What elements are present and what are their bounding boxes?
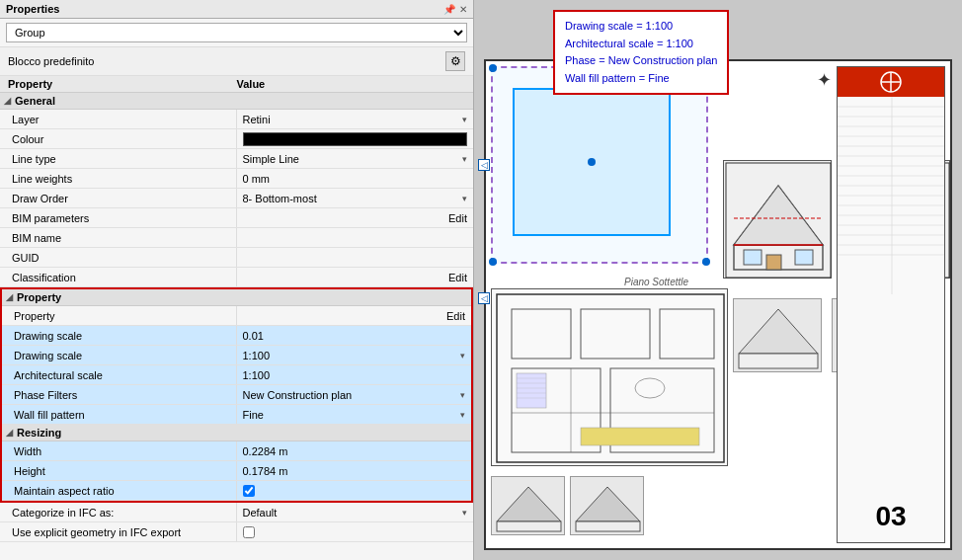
colour-name: Colour <box>0 129 237 148</box>
classification-edit-link[interactable]: Edit <box>448 272 467 283</box>
ifc-category-dropdown-icon: ▾ <box>462 508 467 518</box>
props-body: ◢ General Layer Retini ▾ Colour Line typ… <box>0 93 473 560</box>
lineweights-name: Line weights <box>0 169 237 188</box>
gear-icon: ⚙ <box>450 54 461 68</box>
property-prop-name: Property <box>2 306 237 325</box>
draworder-value[interactable]: 8- Bottom-most ▾ <box>237 189 474 207</box>
row-property-edit: Property Edit <box>2 306 471 326</box>
panel-titlebar: Properties 📌 ✕ <box>0 0 473 19</box>
aspectratio-checkbox-cell <box>243 485 255 497</box>
layer-value[interactable]: Retini ▾ <box>237 110 474 128</box>
property-label: Property <box>17 291 61 303</box>
general-chevron: ◢ <box>4 96 11 106</box>
row-ifc-geometry: Use explicit geometry in IFC export <box>0 522 473 542</box>
pin-icon[interactable]: 📌 <box>443 4 455 15</box>
left-handle-arrow[interactable]: ◁ <box>478 159 490 171</box>
title-block-lines <box>838 97 944 491</box>
property-col-header: Property <box>8 78 237 90</box>
selection-center-dot[interactable] <box>588 158 596 166</box>
row-classification: Classification Edit <box>0 268 473 287</box>
ifc-geometry-name: Use explicit geometry in IFC export <box>0 522 237 541</box>
resizing-label: Resizing <box>17 427 61 439</box>
colour-value[interactable] <box>237 129 474 148</box>
svg-rect-20 <box>744 250 762 265</box>
selection-handle-tl[interactable] <box>489 64 497 72</box>
logo-svg <box>877 71 905 93</box>
panel-title-actions: 📌 ✕ <box>443 4 467 15</box>
draworder-name: Draw Order <box>0 189 237 207</box>
close-icon[interactable]: ✕ <box>459 4 467 15</box>
svg-marker-34 <box>739 309 818 354</box>
aspectratio-value[interactable] <box>237 481 472 500</box>
tooltip-line4: Wall fill pattern = Fine <box>565 70 717 88</box>
left-handle-arrow2[interactable]: ◁ <box>478 292 490 304</box>
tooltip-box: Drawing scale = 1:100 Architectural scal… <box>553 10 729 95</box>
section-general[interactable]: ◢ General <box>0 93 473 110</box>
section-property[interactable]: ◢ Property <box>2 289 471 306</box>
guid-name: GUID <box>0 248 237 267</box>
bimparams-value[interactable]: Edit <box>237 208 474 227</box>
draworder-dropdown-icon: ▾ <box>462 194 467 203</box>
property-prop-value[interactable]: Edit <box>237 306 472 325</box>
gear-button[interactable]: ⚙ <box>445 51 465 71</box>
selection-handle-bl[interactable] <box>489 258 497 266</box>
selection-handle-br[interactable] <box>702 258 710 266</box>
tooltip-line3: Phase = New Construction plan <box>565 52 717 70</box>
drawingscale2-value[interactable]: 1:100 ▾ <box>237 346 472 364</box>
svg-rect-33 <box>576 521 640 531</box>
bimparams-name: BIM parameters <box>0 208 237 227</box>
svg-rect-2 <box>581 309 650 359</box>
north-arrow-icon: ✦ <box>817 69 832 91</box>
svg-marker-32 <box>576 487 640 521</box>
group-select[interactable]: Group <box>6 23 467 42</box>
ifc-category-name: Categorize in IFC as: <box>0 503 237 521</box>
property-edit-link[interactable]: Edit <box>446 310 465 322</box>
ifc-geometry-checkbox[interactable] <box>243 526 255 538</box>
row-bimname: BIM name <box>0 228 473 248</box>
phasefilters-value[interactable]: New Construction plan ▾ <box>237 385 472 404</box>
property-section-highlighted: ◢ Property Property Edit Drawing scale 0… <box>0 287 473 503</box>
row-wallfill: Wall fill pattern Fine ▾ <box>2 405 471 425</box>
elevation-front <box>723 160 832 279</box>
archscale-name: Architectural scale <box>2 365 237 384</box>
bimname-name: BIM name <box>0 228 237 247</box>
classification-name: Classification <box>0 268 237 286</box>
group-select-row: Group <box>0 19 473 47</box>
classification-value[interactable]: Edit <box>237 268 474 286</box>
height-name: Height <box>2 461 237 480</box>
linetype-value[interactable]: Simple Line ▾ <box>237 149 474 168</box>
tooltip-line2: Architectural scale = 1:100 <box>565 36 717 53</box>
drawingscale1-name: Drawing scale <box>2 326 237 345</box>
section-resizing[interactable]: ◢ Resizing <box>2 425 471 441</box>
ifc-geometry-value[interactable] <box>237 522 474 541</box>
row-draworder: Draw Order 8- Bottom-most ▾ <box>0 189 473 208</box>
arch-drawing: ✦ ◁ ◁ Piano Sottettle <box>484 59 952 550</box>
ifc-category-value[interactable]: Default ▾ <box>237 503 474 521</box>
selection-box <box>491 66 708 264</box>
width-name: Width <box>2 441 237 460</box>
aspectratio-checkbox[interactable] <box>243 485 255 497</box>
height-value: 0.1784 m <box>237 461 472 480</box>
svg-marker-30 <box>497 487 561 521</box>
general-label: General <box>15 95 55 107</box>
svg-rect-21 <box>795 250 813 265</box>
linetype-dropdown-icon: ▾ <box>462 154 467 164</box>
wallfill-value[interactable]: Fine ▾ <box>237 405 472 424</box>
row-drawingscale1: Drawing scale 0.01 <box>2 326 471 346</box>
row-drawingscale2: Drawing scale 1:100 ▾ <box>2 346 471 365</box>
svg-rect-8 <box>517 373 546 408</box>
phasefilters-name: Phase Filters <box>2 385 237 404</box>
inner-selection <box>513 88 671 236</box>
property-chevron: ◢ <box>6 292 13 302</box>
title-block-logo <box>838 67 944 97</box>
bimparams-edit-link[interactable]: Edit <box>448 212 467 224</box>
ifc-geometry-checkbox-cell <box>243 526 255 538</box>
wallfill-name: Wall fill pattern <box>2 405 237 424</box>
row-colour: Colour <box>0 129 473 149</box>
svg-rect-1 <box>512 309 571 359</box>
row-aspectratio: Maintain aspect ratio <box>2 481 471 501</box>
drawingscale2-name: Drawing scale <box>2 346 237 364</box>
value-col-header: Value <box>237 78 466 90</box>
svg-rect-35 <box>739 354 818 368</box>
small-thumb-2 <box>570 476 644 535</box>
